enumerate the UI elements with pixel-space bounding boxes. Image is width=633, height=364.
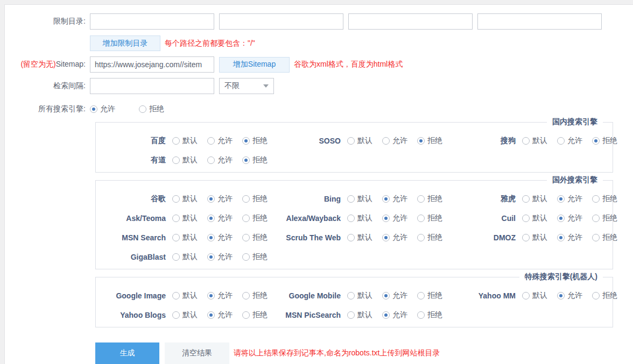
engine-1-雅虎-opt0-option: 默认 bbox=[522, 194, 557, 204]
engine-1-Cuil-opt2-option: 拒绝 bbox=[592, 213, 627, 223]
engine-1-Bing-opt1-radio[interactable] bbox=[382, 195, 390, 203]
engine-2-Yahoo Blogs-opt0-radio[interactable] bbox=[172, 311, 180, 319]
engine-1-MSN Search-opt2-radio[interactable] bbox=[242, 234, 250, 241]
engine-1-Ask/Teoma-opt1-radio[interactable] bbox=[207, 215, 215, 222]
engine-1-雅虎-opt2-radio[interactable] bbox=[592, 195, 600, 203]
engine-1-GigaBlast-opt0-radio[interactable] bbox=[172, 253, 180, 261]
engine-1-Bing-opt0-radio[interactable] bbox=[347, 195, 355, 203]
engine-0-SOSO-opt2-radio[interactable] bbox=[417, 137, 425, 145]
engine-1-Bing-opt2-radio[interactable] bbox=[417, 195, 425, 203]
chevron-down-icon bbox=[263, 84, 269, 88]
clear-results-button[interactable]: 清空结果 bbox=[165, 342, 229, 364]
engine-name: 有道 bbox=[102, 155, 172, 165]
engine-0-SOSO-opt0-label: 默认 bbox=[357, 136, 372, 146]
engine-1-MSN Search-opt1-label: 允许 bbox=[217, 233, 233, 242]
engine-0-有道-opt1-radio[interactable] bbox=[207, 156, 215, 164]
engine-0-有道-opt1-option: 允许 bbox=[207, 155, 242, 165]
engine-0-SOSO-opt1-option: 允许 bbox=[382, 136, 417, 146]
sitemap-input[interactable] bbox=[90, 56, 214, 73]
engine-1-Ask/Teoma-opt2-option: 拒绝 bbox=[242, 213, 277, 223]
engine-name: Google Mobile bbox=[277, 291, 347, 300]
engine-0-百度-opt2-radio[interactable] bbox=[242, 137, 250, 145]
engine-2-Google Mobile-opt2-radio[interactable] bbox=[417, 292, 425, 299]
interval-input[interactable] bbox=[90, 78, 214, 94]
engine-1-Alexa/Wayback-opt2-radio[interactable] bbox=[417, 215, 425, 222]
sitemap-row: (留空为无)Sitemap: 增加Sitemap 谷歌为xml格式，百度为htm… bbox=[5, 56, 633, 73]
engine-1-Alexa/Wayback-opt0-radio[interactable] bbox=[347, 215, 355, 222]
engine-2-MSN PicSearch-opt2-radio[interactable] bbox=[417, 311, 425, 319]
engine-2-Google Image-opt0-radio[interactable] bbox=[172, 292, 180, 299]
engine-1-DMOZ-opt2-radio[interactable] bbox=[592, 234, 600, 241]
engine-2-MSN PicSearch-opt0-radio[interactable] bbox=[347, 311, 355, 319]
engine-1-Scrub The Web-opt1-radio[interactable] bbox=[382, 234, 390, 241]
engine-1-谷歌-opt0-radio[interactable] bbox=[172, 195, 180, 203]
engine-name: Alexa/Wayback bbox=[277, 214, 347, 223]
all-engines-deny-radio[interactable] bbox=[139, 105, 146, 113]
engine-1-雅虎-opt0-radio[interactable] bbox=[522, 195, 530, 203]
restrict-dir-input-3[interactable] bbox=[348, 13, 473, 30]
engine-1-Cuil-opt0-radio[interactable] bbox=[522, 215, 530, 222]
engine-1-谷歌-opt2-radio[interactable] bbox=[242, 195, 250, 203]
engine-2-Yahoo Blogs-opt2-label: 拒绝 bbox=[252, 310, 268, 320]
interval-select[interactable]: 不限 bbox=[219, 78, 274, 94]
restrict-dir-input-1[interactable] bbox=[90, 13, 214, 30]
engine-1-Scrub The Web-opt2-label: 拒绝 bbox=[427, 233, 442, 242]
engine-2-Yahoo MM-opt2-radio[interactable] bbox=[592, 292, 600, 299]
generate-button[interactable]: 生成 bbox=[95, 342, 159, 364]
engine-2-Yahoo Blogs-opt1-radio[interactable] bbox=[207, 311, 215, 319]
engine-1-DMOZ-opt0-radio[interactable] bbox=[522, 234, 530, 241]
engine-1-GigaBlast-opt2-option: 拒绝 bbox=[242, 252, 277, 262]
engine-row-谷歌: 谷歌默认允许拒绝 bbox=[102, 194, 277, 204]
restrict-dir-input-2[interactable] bbox=[219, 13, 343, 30]
engine-2-Google Mobile-opt2-label: 拒绝 bbox=[427, 291, 442, 301]
engine-1-谷歌-opt1-option: 允许 bbox=[207, 194, 242, 204]
engine-1-MSN Search-opt1-radio[interactable] bbox=[207, 234, 215, 241]
engine-1-Bing-opt0-option: 默认 bbox=[347, 194, 382, 204]
engine-1-Cuil-opt2-radio[interactable] bbox=[592, 215, 600, 222]
engine-0-有道-opt0-radio[interactable] bbox=[172, 156, 180, 164]
engine-1-Scrub The Web-opt2-radio[interactable] bbox=[417, 234, 425, 241]
engine-2-Yahoo MM-opt2-option: 拒绝 bbox=[592, 291, 627, 301]
engine-2-Google Image-opt2-radio[interactable] bbox=[242, 292, 250, 299]
engine-1-Ask/Teoma-opt0-radio[interactable] bbox=[172, 215, 180, 222]
engine-1-GigaBlast-opt2-radio[interactable] bbox=[242, 253, 250, 261]
engine-2-Yahoo MM-opt1-radio[interactable] bbox=[557, 292, 565, 299]
engine-0-百度-opt1-radio[interactable] bbox=[207, 137, 215, 145]
engine-1-Ask/Teoma-opt2-radio[interactable] bbox=[242, 215, 250, 222]
engine-0-有道-opt2-radio[interactable] bbox=[242, 156, 250, 164]
engine-0-百度-opt1-label: 允许 bbox=[217, 136, 233, 146]
engine-1-Ask/Teoma-opt1-label: 允许 bbox=[217, 213, 233, 223]
engine-2-Yahoo Blogs-opt1-option: 允许 bbox=[207, 310, 242, 320]
restrict-dir-input-4[interactable] bbox=[477, 13, 602, 30]
engine-1-Scrub The Web-opt0-radio[interactable] bbox=[347, 234, 355, 241]
engine-1-GigaBlast-opt1-radio[interactable] bbox=[207, 253, 215, 261]
engine-group-2: 特殊搜索引擎(机器人)Google Image默认允许拒绝Google Mobi… bbox=[95, 277, 613, 327]
all-engines-allow-radio[interactable] bbox=[90, 105, 97, 113]
engine-1-雅虎-opt1-radio[interactable] bbox=[557, 195, 565, 203]
add-restrict-dir-button[interactable]: 增加限制目录 bbox=[90, 35, 160, 51]
engine-2-Google Image-opt2-option: 拒绝 bbox=[242, 291, 277, 301]
engine-2-Yahoo MM-opt0-radio[interactable] bbox=[522, 292, 530, 299]
engine-1-MSN Search-opt0-radio[interactable] bbox=[172, 234, 180, 241]
add-sitemap-button[interactable]: 增加Sitemap bbox=[219, 57, 290, 73]
engine-0-百度-opt0-radio[interactable] bbox=[172, 137, 180, 145]
engine-2-Google Mobile-opt0-radio[interactable] bbox=[347, 292, 355, 299]
engine-row-有道: 有道默认允许拒绝 bbox=[102, 155, 277, 166]
engine-2-Google Mobile-opt1-radio[interactable] bbox=[382, 292, 390, 299]
engine-2-Yahoo Blogs-opt2-radio[interactable] bbox=[242, 311, 250, 319]
engine-0-搜狗-opt1-radio[interactable] bbox=[557, 137, 565, 145]
engine-0-SOSO-opt0-radio[interactable] bbox=[347, 137, 355, 145]
engine-0-搜狗-opt2-radio[interactable] bbox=[592, 137, 600, 145]
engine-1-谷歌-opt1-radio[interactable] bbox=[207, 195, 215, 203]
engine-0-百度-opt2-option: 拒绝 bbox=[242, 136, 277, 146]
engine-name: 百度 bbox=[102, 136, 172, 146]
engine-2-MSN PicSearch-opt1-radio[interactable] bbox=[382, 311, 390, 319]
engine-1-MSN Search-opt0-option: 默认 bbox=[172, 233, 207, 242]
engine-0-SOSO-opt1-radio[interactable] bbox=[382, 137, 390, 145]
engine-1-DMOZ-opt1-radio[interactable] bbox=[557, 234, 565, 241]
engine-0-搜狗-opt0-radio[interactable] bbox=[522, 137, 530, 145]
engine-1-Scrub The Web-opt1-label: 允许 bbox=[392, 233, 407, 242]
engine-2-Google Image-opt1-radio[interactable] bbox=[207, 292, 215, 299]
engine-1-Cuil-opt1-radio[interactable] bbox=[557, 215, 565, 222]
engine-1-Alexa/Wayback-opt1-radio[interactable] bbox=[382, 215, 390, 222]
